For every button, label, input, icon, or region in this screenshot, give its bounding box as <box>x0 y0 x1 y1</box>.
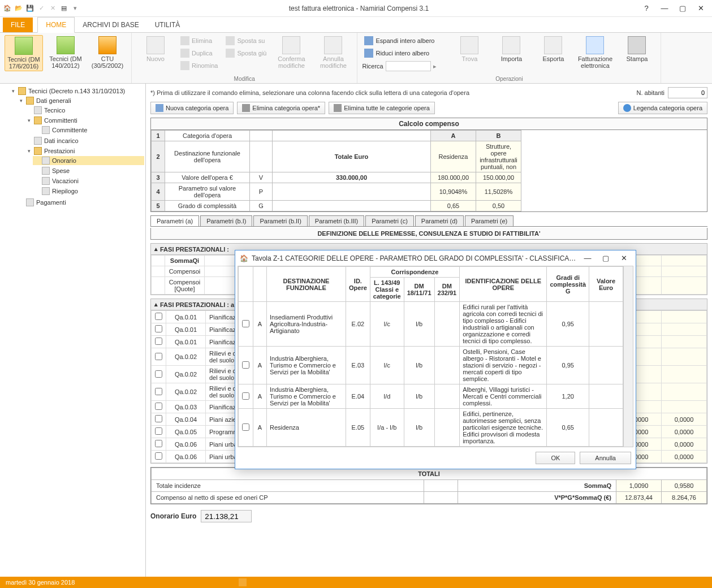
row-checkbox[interactable] <box>155 415 162 422</box>
open-icon[interactable]: 📂 <box>14 4 23 13</box>
modal-row-checkbox[interactable] <box>242 320 249 327</box>
tree-riepilogo[interactable]: Riepilogo <box>33 186 144 196</box>
sposta-su-button[interactable]: Sposta su <box>223 35 269 46</box>
tab-file[interactable]: FILE <box>3 18 33 32</box>
new-icon <box>146 36 165 54</box>
nuova-categoria-button[interactable]: Nuova categoria opera <box>150 102 234 114</box>
nuovo-button[interactable]: Nuovo <box>136 35 175 63</box>
copy-icon[interactable]: ▤ <box>59 4 68 13</box>
tree-committente[interactable]: Committente <box>33 125 144 135</box>
dialog-close[interactable]: ✕ <box>616 254 631 262</box>
export-icon <box>544 36 562 54</box>
book-icon <box>15 37 33 55</box>
delete-icon <box>180 36 189 45</box>
collapse-icon: ▴ <box>154 245 158 253</box>
elimina-button[interactable]: Elimina <box>178 35 220 46</box>
row-checkbox[interactable] <box>155 403 162 410</box>
param-tab[interactable]: Parametri (b.II) <box>253 215 307 226</box>
abitanti-input[interactable] <box>668 87 707 98</box>
fatturazione-button[interactable]: Fatturazione elettronica <box>576 35 614 70</box>
ricerca-input[interactable] <box>386 61 431 71</box>
status-save-icon[interactable] <box>239 578 247 586</box>
modal-row-checkbox[interactable] <box>242 392 249 400</box>
help-button[interactable]: ? <box>638 3 655 14</box>
legenda-button[interactable]: Legenda categoria opera <box>618 102 707 114</box>
binoculars-icon <box>460 36 478 54</box>
abitanti-label: N. abitanti <box>636 89 664 96</box>
minimize-button[interactable]: — <box>656 3 673 14</box>
save-icon[interactable]: 💾 <box>25 4 34 13</box>
tree-vacazioni[interactable]: Vacazioni <box>33 176 144 186</box>
sposta-giu-button[interactable]: Sposta giù <box>223 47 269 59</box>
tavola-grid[interactable]: DESTINAZIONE FUNZIONALEID. OpereCorrispo… <box>238 266 623 447</box>
param-tab[interactable]: Parametri (c) <box>365 215 414 226</box>
importa-button[interactable]: Importa <box>492 35 530 63</box>
printer-icon <box>628 36 646 54</box>
espandi-button[interactable]: Espandi intero albero <box>362 35 447 46</box>
row-checkbox[interactable] <box>155 338 162 345</box>
row-checkbox[interactable] <box>155 440 162 447</box>
elimina-tutte-button[interactable]: Elimina tutte le categorie opera <box>329 102 435 114</box>
rinomina-button[interactable]: Rinomina <box>178 60 220 71</box>
x-icon <box>324 36 342 54</box>
tree-dati-incarico[interactable]: Dati incarico <box>25 136 144 146</box>
param-tab[interactable]: Parametri (a) <box>150 215 199 226</box>
stampa-button[interactable]: Stampa <box>618 35 656 63</box>
param-tab[interactable]: Parametri (b.I) <box>200 215 252 226</box>
close-button[interactable]: ✕ <box>692 3 709 14</box>
row-checkbox[interactable] <box>155 313 162 320</box>
ctu-button[interactable]: CTU (30/5/2002) <box>88 35 127 70</box>
modal-row-checkbox[interactable] <box>242 423 249 431</box>
tree-onorario[interactable]: Onorario <box>33 155 144 166</box>
search-go-icon[interactable]: ▸ <box>433 63 437 70</box>
group-modifica-label: Modifica <box>136 76 352 82</box>
row-checkbox[interactable] <box>155 325 162 332</box>
tecnici-2016-button[interactable]: Tecnici (DM 17/6/2016) <box>5 35 43 71</box>
elimina-categoria-button[interactable]: Elimina categoria opera* <box>237 102 325 114</box>
doc-icon <box>34 137 42 145</box>
dialog-maximize[interactable]: ▢ <box>598 254 613 262</box>
tab-home[interactable]: HOME <box>37 17 75 33</box>
check-icon[interactable]: ✓ <box>37 4 46 13</box>
dialog-ok-button[interactable]: OK <box>536 452 575 464</box>
dialog-cancel-button[interactable]: Annulla <box>580 452 631 464</box>
param-tab[interactable]: Parametri (d) <box>415 215 464 226</box>
row-checkbox[interactable] <box>155 427 162 435</box>
scrollbar[interactable] <box>623 266 633 447</box>
check-icon <box>282 36 300 54</box>
book-icon <box>98 36 116 54</box>
expand-tree-icon <box>364 36 373 45</box>
tecnici-2012-button[interactable]: Tecnici (DM 140/2012) <box>46 35 85 70</box>
tree-tecnico[interactable]: Tecnico <box>25 105 144 115</box>
tree-pagamenti[interactable]: Pagamenti <box>17 197 144 207</box>
trova-button[interactable]: Trova <box>450 35 489 63</box>
dialog-minimize[interactable]: — <box>580 254 595 262</box>
row-checkbox[interactable] <box>155 353 162 360</box>
param-tab[interactable]: Parametri (e) <box>465 215 513 226</box>
esporta-button[interactable]: Esporta <box>534 35 572 63</box>
nav-tree[interactable]: ▾Tecnici (Decreto n.143 31/10/2013) ▾Dat… <box>0 84 146 577</box>
param-tabs: Parametri (a)Parametri (b.I)Parametri (b… <box>150 215 707 227</box>
qat-dropdown-icon[interactable]: ▾ <box>71 4 80 13</box>
row-checkbox[interactable] <box>155 452 162 460</box>
dialog-title: Tavola Z-1 CATEGORIE DELLE OPERE - PARAM… <box>252 254 577 262</box>
arrow-up-icon <box>226 36 235 45</box>
trash-all-icon <box>334 104 342 112</box>
annulla-button[interactable]: Annulla modifiche <box>314 35 352 70</box>
row-checkbox[interactable] <box>155 388 162 395</box>
param-tab[interactable]: Parametri (b.III) <box>309 215 364 226</box>
row-checkbox[interactable] <box>155 370 162 378</box>
cancel-icon[interactable]: ✕ <box>48 4 57 13</box>
onorario-value <box>201 510 252 522</box>
riduci-button[interactable]: Riduci intero albero <box>362 47 447 59</box>
tab-archivi[interactable]: ARCHIVI DI BASE <box>75 18 146 32</box>
conferma-button[interactable]: Conferma modifiche <box>272 35 310 70</box>
modal-row-checkbox[interactable] <box>242 361 249 369</box>
home-icon[interactable]: 🏠 <box>3 4 12 13</box>
import-icon <box>502 36 520 54</box>
calc-table: 1Categoria d'operaAB2Destinazione funzio… <box>151 130 521 211</box>
tree-spese[interactable]: Spese <box>33 166 144 176</box>
duplica-button[interactable]: Duplica <box>178 47 220 59</box>
tab-utilita[interactable]: UTILITÀ <box>147 18 188 32</box>
maximize-button[interactable]: ▢ <box>674 3 691 14</box>
